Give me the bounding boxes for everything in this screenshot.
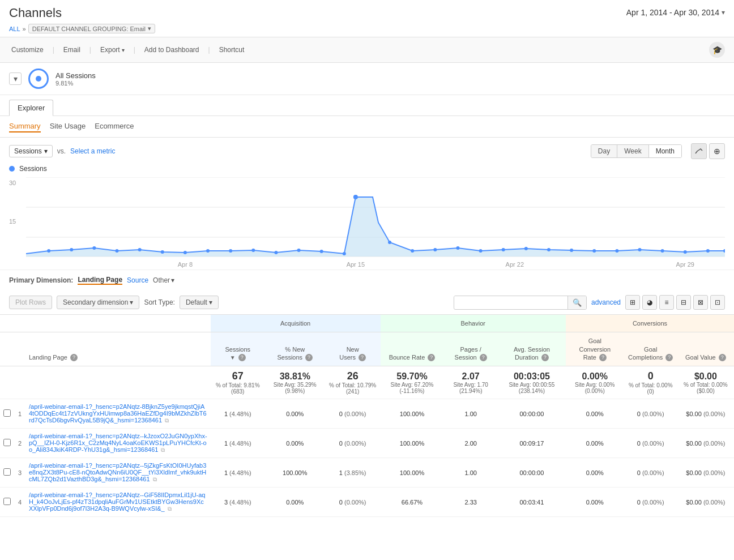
new-users-header[interactable]: NewUsers ? [325,332,381,366]
pages-per-session-header[interactable]: Pages /Session ? [443,332,497,366]
bounce-rate-header[interactable]: Bounce Rate ? [381,332,444,366]
select-metric-link[interactable]: Select a metric [70,147,115,155]
goal-value-help[interactable]: ? [719,354,726,361]
detail-view-icon[interactable]: ⊡ [710,295,725,310]
goal-conversion-rate-help[interactable]: ? [599,354,607,361]
svg-point-7 [92,246,96,250]
svg-point-33 [684,250,687,254]
segment-bar: ▾ All Sessions 9.81% [0,63,734,95]
sub-tab-site-usage[interactable]: Site Usage [50,121,86,132]
advanced-link[interactable]: advanced [591,298,621,306]
breadcrumb-all[interactable]: ALL [9,25,20,32]
metric-selector[interactable]: Sessions ▾ [9,145,53,157]
add-to-dashboard-button[interactable]: Add to Dashboard [142,45,202,55]
row-checkbox-4[interactable] [3,498,11,505]
dim-landing-page[interactable]: Landing Page [78,276,122,285]
sub-tab-ecommerce[interactable]: Ecommerce [95,121,134,132]
sessions-legend-dot [9,166,15,172]
compare-view-icon[interactable]: ⊠ [693,295,708,310]
pages-per-session-help[interactable]: ? [480,354,487,361]
line-chart-button[interactable] [691,143,707,159]
sessions-help[interactable]: ? [238,354,246,361]
row-checkbox-1[interactable] [3,409,11,417]
svg-point-27 [547,248,550,251]
svg-point-17 [320,250,323,253]
explorer-tabs: Explorer [0,95,734,116]
totals-row: 67 % of Total: 9.81% (683) 38.81% Site A… [0,366,734,399]
svg-point-20 [388,241,391,244]
landing-page-help[interactable]: ? [70,354,78,361]
row-page-2[interactable]: /april-webinar-email-1?_hsenc=p2ANqtz--k… [25,429,211,458]
table-view-icon[interactable]: ⊞ [625,295,640,310]
segment-toggle[interactable]: ▾ [9,72,22,85]
period-month[interactable]: Month [649,145,681,157]
search-box: 🔍 [454,296,587,310]
chart-type-buttons: ⊕ [691,143,725,159]
row-page-1[interactable]: /april-webinar-email-1?_hsenc=p2ANqtz-8B… [25,399,211,429]
pct-new-sessions-header[interactable]: % NewSessions ? [265,332,325,366]
shortcut-button[interactable]: Shortcut [217,45,247,55]
sessions-header[interactable]: Sessions▼ ? [211,332,265,366]
avg-session-duration-help[interactable]: ? [541,354,549,361]
customize-button[interactable]: Customize [9,45,46,55]
channel-grouping-pill[interactable]: DEFAULT CHANNEL GROUPING: Email ▾ [28,24,155,33]
help-icon[interactable]: 🎓 [709,42,725,58]
pie-view-icon[interactable]: ◕ [642,295,657,310]
external-link-icon-2[interactable]: ⧉ [161,447,165,453]
bar-view-icon[interactable]: ≡ [659,295,674,310]
data-table: Acquisition Behavior Conversions Landing… [0,315,734,517]
sort-type-selector[interactable]: Default ▾ [180,296,219,309]
svg-point-32 [661,249,664,253]
row-checkbox-3[interactable] [3,468,11,476]
table-toolbar: Plot Rows Secondary dimension ▾ Sort Typ… [0,290,734,315]
export-button[interactable]: Export ▾ [98,45,127,55]
plot-rows-button[interactable]: Plot Rows [9,296,52,309]
svg-point-16 [297,249,301,252]
row-checkbox-2[interactable] [3,439,11,446]
external-link-icon-1[interactable]: ⧉ [165,417,169,424]
checkbox-header [0,332,14,366]
svg-point-25 [502,248,505,251]
goal-completions-help[interactable]: ? [665,354,673,361]
secondary-dimension-selector[interactable]: Secondary dimension ▾ [57,296,139,309]
goal-completions-header[interactable]: GoalCompletions ? [624,332,677,366]
pct-new-sessions-help[interactable]: ? [305,354,313,361]
row-num-3: 3 [14,458,25,488]
search-button[interactable]: 🔍 [567,296,586,309]
svg-point-29 [592,249,596,253]
svg-point-34 [706,249,710,253]
row-page-4[interactable]: /april-webinar-email-1?_hsenc=p2ANqtz--G… [25,488,211,517]
landing-page-header[interactable]: Landing Page ? [25,332,211,366]
svg-point-19 [353,195,358,199]
table-row: 3 /april-webinar-email-1?_hsenc=p2ANqtz-… [0,458,734,488]
tab-explorer[interactable]: Explorer [9,100,53,116]
row-page-3[interactable]: /april-webinar-email-1?_hsenc=p2ANqtz--5… [25,458,211,488]
goal-value-header[interactable]: Goal Value ? [677,332,734,366]
pivot-view-icon[interactable]: ⊟ [676,295,691,310]
motionplot-button[interactable]: ⊕ [709,143,725,159]
svg-point-28 [570,249,573,252]
period-week[interactable]: Week [617,145,648,157]
period-day[interactable]: Day [591,145,617,157]
bounce-rate-help[interactable]: ? [428,354,435,361]
dim-source[interactable]: Source [127,276,148,284]
external-link-icon-4[interactable]: ⧉ [168,506,172,512]
date-range-picker[interactable]: Apr 1, 2014 - Apr 30, 2014 ▾ [626,8,725,17]
sub-tabs: Summary Site Usage Ecommerce [0,116,734,138]
row-num-1: 1 [14,399,25,429]
primary-dimension: Primary Dimension: Landing Page Source O… [0,270,734,290]
goal-conversion-rate-header[interactable]: GoalConversionRate ? [566,332,624,366]
new-users-help[interactable]: ? [359,354,366,361]
sub-tab-summary[interactable]: Summary [9,121,41,132]
chart-legend: Sessions [9,165,725,177]
svg-point-11 [184,251,187,254]
email-button[interactable]: Email [61,45,83,55]
breadcrumb: ALL » DEFAULT CHANNEL GROUPING: Email ▾ [9,24,155,33]
segment-info: All Sessions 9.81% [56,71,96,87]
external-link-icon-3[interactable]: ⧉ [153,476,157,482]
dim-other-dropdown[interactable]: Other ▾ [153,276,174,284]
search-input[interactable] [454,296,567,309]
svg-point-15 [274,251,278,254]
table-row: 1 /april-webinar-email-1?_hsenc=p2ANqtz-… [0,399,734,429]
avg-session-duration-header[interactable]: Avg. SessionDuration ? [498,332,566,366]
